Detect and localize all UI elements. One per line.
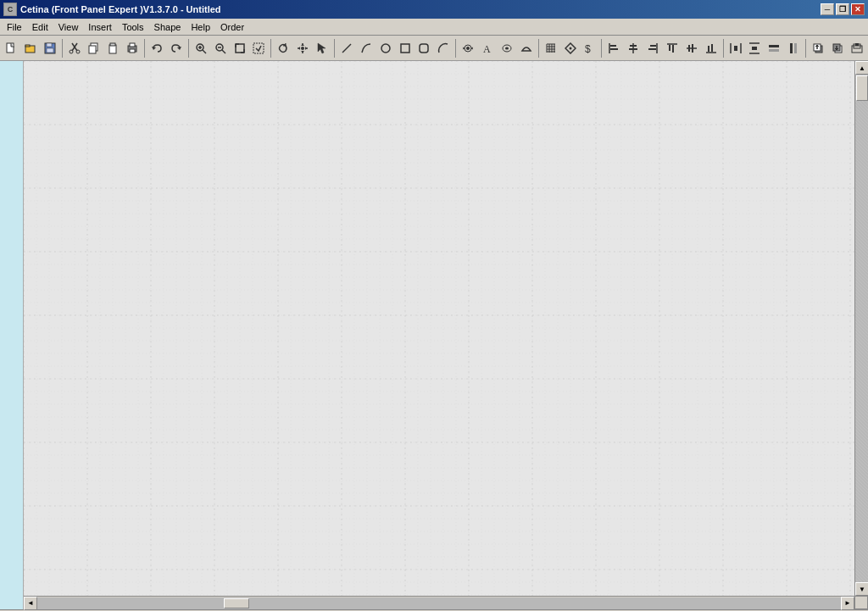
- component2-button[interactable]: [498, 39, 516, 58]
- save-button[interactable]: [41, 39, 59, 58]
- svg-text:A: A: [483, 43, 491, 54]
- main-area: ▲ ▼: [0, 61, 868, 596]
- open-button[interactable]: [21, 39, 40, 58]
- menu-insert[interactable]: Insert: [83, 20, 117, 34]
- distribute-h-button[interactable]: [726, 39, 745, 58]
- sep4: [270, 39, 271, 58]
- align-right-button[interactable]: [643, 39, 662, 58]
- restore-button[interactable]: ❐: [836, 3, 849, 15]
- menu-file[interactable]: File: [2, 20, 27, 34]
- svg-rect-69: [711, 44, 713, 52]
- scroll-down-button[interactable]: ▼: [855, 582, 868, 596]
- svg-rect-88: [855, 43, 859, 46]
- svg-rect-65: [688, 45, 690, 52]
- component1-button[interactable]: [459, 39, 477, 58]
- align-top-button[interactable]: [663, 39, 682, 58]
- line-button[interactable]: [337, 39, 356, 58]
- svg-rect-60: [648, 48, 656, 50]
- scroll-thumb-horizontal[interactable]: [224, 598, 249, 608]
- menu-edit[interactable]: Edit: [27, 20, 53, 34]
- grid-button[interactable]: [542, 39, 560, 58]
- undo-button[interactable]: [147, 39, 166, 58]
- new-button[interactable]: [2, 39, 20, 58]
- menu-order[interactable]: Order: [215, 20, 249, 34]
- dollar-button[interactable]: $: [581, 39, 599, 58]
- svg-rect-78: [790, 43, 793, 53]
- menu-view[interactable]: View: [53, 20, 84, 34]
- app-icon: C: [3, 3, 17, 16]
- svg-line-32: [342, 44, 351, 53]
- text-button[interactable]: A: [478, 39, 497, 58]
- snap-button[interactable]: [561, 39, 580, 58]
- svg-point-33: [381, 44, 390, 53]
- bottom-left-corner: [0, 596, 24, 609]
- zoom-select-button[interactable]: [250, 39, 269, 58]
- sep7: [538, 39, 539, 58]
- canvas-wrapper[interactable]: [24, 61, 854, 596]
- size-height-button[interactable]: [784, 39, 803, 58]
- svg-rect-34: [401, 44, 409, 53]
- distribute-v-button[interactable]: [746, 39, 765, 58]
- copy-button[interactable]: [85, 39, 103, 58]
- print-button[interactable]: [123, 39, 142, 58]
- size-width-button[interactable]: [765, 39, 783, 58]
- svg-point-9: [76, 50, 80, 53]
- sep2: [144, 39, 145, 58]
- pan-button[interactable]: [293, 39, 312, 58]
- curve-button[interactable]: [357, 39, 376, 58]
- zoom-fit-button[interactable]: [231, 39, 249, 58]
- layer-down-button[interactable]: [828, 39, 847, 58]
- align-center-button[interactable]: [624, 39, 643, 58]
- right-scrollbar[interactable]: ▲ ▼: [854, 61, 868, 596]
- rect-button[interactable]: [396, 39, 415, 58]
- svg-rect-75: [752, 47, 757, 50]
- component3-button[interactable]: [517, 39, 536, 58]
- layer-up-button[interactable]: [809, 39, 827, 58]
- select-button[interactable]: [313, 39, 331, 58]
- align-left-button[interactable]: [604, 39, 623, 58]
- rotate-button[interactable]: [274, 39, 292, 58]
- left-sidebar: [0, 61, 24, 596]
- svg-point-8: [70, 50, 73, 53]
- scroll-track-vertical[interactable]: [855, 75, 868, 582]
- scroll-up-button[interactable]: ▲: [855, 61, 868, 75]
- menu-bar: File Edit View Insert Tools Shape Help O…: [0, 19, 868, 36]
- scrollbar-corner: [854, 596, 868, 609]
- sep6: [455, 39, 456, 58]
- toolbar: A $: [0, 36, 868, 61]
- bottom-scrollbar[interactable]: ◄ ►: [24, 596, 854, 609]
- menu-shape[interactable]: Shape: [149, 20, 186, 34]
- svg-rect-11: [89, 46, 96, 53]
- title-text: Cetina (Front Panel Expert )V1.3.7.0 - U…: [20, 4, 221, 14]
- svg-rect-63: [672, 45, 674, 53]
- menu-help[interactable]: Help: [186, 20, 215, 34]
- paste-button[interactable]: [103, 39, 122, 58]
- svg-rect-59: [650, 45, 656, 47]
- cut-button[interactable]: [65, 39, 84, 58]
- svg-rect-56: [630, 45, 637, 47]
- ellipse-button[interactable]: [376, 39, 395, 58]
- scroll-left-button[interactable]: ◄: [24, 597, 37, 610]
- menu-tools[interactable]: Tools: [117, 20, 149, 34]
- scroll-right-button[interactable]: ►: [841, 597, 854, 610]
- scroll-track-horizontal[interactable]: [37, 597, 841, 609]
- align-middle-button[interactable]: [682, 39, 701, 58]
- zoom-in-button[interactable]: [192, 39, 210, 58]
- align-bottom-button[interactable]: [702, 39, 721, 58]
- layer-group-button[interactable]: [848, 39, 866, 58]
- title-buttons[interactable]: ─ ❐ ✕: [821, 3, 865, 15]
- svg-rect-66: [692, 44, 693, 53]
- svg-rect-57: [629, 48, 637, 50]
- minimize-button[interactable]: ─: [821, 3, 834, 15]
- sep1: [62, 39, 63, 58]
- sep9: [723, 39, 724, 58]
- svg-rect-2: [25, 45, 30, 47]
- sep8: [601, 39, 602, 58]
- close-button[interactable]: ✕: [851, 3, 865, 15]
- scroll-thumb-vertical[interactable]: [856, 75, 868, 101]
- arc-button[interactable]: [434, 39, 453, 58]
- rounded-rect-button[interactable]: [415, 39, 434, 58]
- zoom-out-button[interactable]: [211, 39, 230, 58]
- svg-rect-13: [110, 43, 115, 46]
- redo-button[interactable]: [167, 39, 186, 58]
